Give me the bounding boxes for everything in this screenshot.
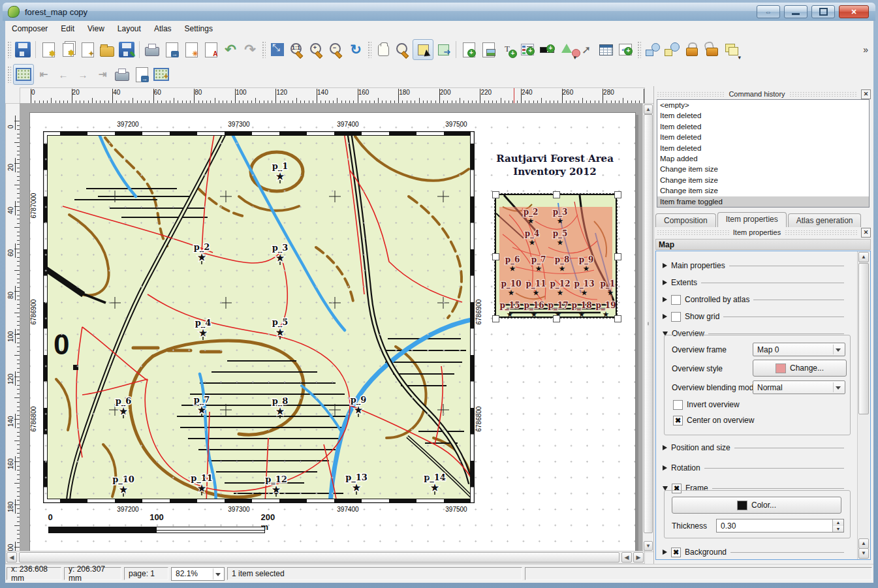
atlas-settings-button[interactable] (151, 65, 171, 84)
previous-feature-button[interactable] (54, 65, 73, 84)
properties-scroll-down[interactable]: ▼ (858, 548, 869, 559)
thickness-spinbox[interactable]: 0.30 ▲▼ (716, 519, 844, 533)
add-image-button[interactable] (478, 40, 498, 59)
horizontal-scroll-thumb[interactable] (19, 552, 619, 563)
item-properties-titlebar[interactable]: Item properties ✕ (654, 227, 873, 238)
scroll-up-arrow[interactable]: ▲ (644, 104, 653, 114)
new-composition-button[interactable] (39, 40, 58, 59)
toolbar-overflow-button[interactable]: » (860, 43, 871, 56)
overview-frame-dropdown[interactable]: Map 0 (753, 343, 845, 356)
map-item[interactable]: 0 p_1★p_2★p_3★p_4★p_5★p_6★p_7★p_8★p_9★p_… (43, 131, 475, 503)
add-label-button[interactable] (498, 40, 518, 59)
frame-color-button[interactable]: Color... (672, 497, 841, 514)
spin-buttons[interactable]: ▲▼ (832, 519, 843, 532)
selection-handle[interactable] (553, 315, 560, 322)
maximize-button[interactable] (811, 5, 835, 18)
add-arrow-button[interactable] (576, 40, 596, 59)
toolbar-grip[interactable] (368, 41, 371, 58)
raise-items-button[interactable] (721, 40, 741, 59)
section-controlled-by-atlas[interactable]: Controlled by atlas (663, 294, 844, 305)
export-as-image-button[interactable] (162, 40, 181, 59)
selection-handle[interactable] (492, 315, 499, 322)
save-project-button[interactable] (13, 40, 33, 59)
scroll-right-arrow[interactable]: ▶ (633, 552, 644, 563)
move-item-content-button[interactable] (433, 40, 453, 59)
properties-scroll-up[interactable]: ▲ (858, 252, 869, 262)
overview-style-change-button[interactable]: Change... (753, 360, 847, 377)
overview-map-item[interactable]: p_2★p_3★p_4★p_5★p_6★p_7★p_8★p_9★p_10★p_1… (492, 191, 619, 320)
minimize-button[interactable] (784, 5, 807, 18)
item-properties-close-icon[interactable]: ✕ (861, 228, 871, 238)
save-as-template-button[interactable] (117, 40, 136, 59)
zoom-1-1-button[interactable]: 1:1 (287, 40, 307, 59)
duplicate-composition-button[interactable] (58, 40, 78, 59)
command-history-item[interactable]: Map added (657, 153, 869, 164)
vertical-scrollbar[interactable]: ▲ ▼ (642, 103, 654, 552)
zoom-level-combobox[interactable]: 82.1% (171, 567, 225, 581)
menu-settings[interactable]: Settings (178, 22, 219, 35)
tab-atlas-generation[interactable]: Atlas generation (788, 213, 862, 227)
background-checkbox[interactable] (671, 548, 681, 557)
undo-button[interactable] (221, 40, 240, 59)
toolbar-grip[interactable] (637, 41, 641, 58)
show-grid-checkbox[interactable] (671, 312, 681, 322)
controlled-by-atlas-checkbox[interactable] (671, 295, 681, 305)
center-on-overview-checkbox[interactable] (673, 416, 683, 426)
lock-items-button[interactable] (682, 40, 702, 59)
menu-edit[interactable]: Edit (54, 22, 81, 35)
zoom-out-button[interactable]: − (326, 40, 346, 59)
composition-page[interactable]: 0 p_1★p_2★p_3★p_4★p_5★p_6★p_7★p_8★p_9★p_… (29, 112, 636, 551)
command-history-close-icon[interactable]: ✕ (861, 89, 871, 99)
overview-blending-dropdown[interactable]: Normal (753, 380, 845, 394)
add-html-frame-button[interactable] (616, 40, 635, 59)
properties-scroll-up-2[interactable]: ▲ (858, 538, 869, 549)
add-new-map-button[interactable] (459, 40, 478, 59)
scroll-down-arrow[interactable]: ▼ (644, 541, 653, 551)
export-as-pdf-button[interactable] (201, 40, 221, 59)
command-history-item[interactable]: Item deleted (657, 132, 869, 142)
command-history-item[interactable]: Change item size (657, 164, 869, 174)
command-history-titlebar[interactable]: Command history ✕ (654, 89, 873, 99)
print-button[interactable] (142, 40, 162, 59)
command-history-list[interactable]: <empty>Item deletedItem deletedItem dele… (657, 99, 870, 208)
load-template-button[interactable] (97, 40, 117, 59)
command-history-item[interactable]: <empty> (657, 100, 869, 110)
selection-handle[interactable] (553, 191, 560, 198)
unlock-items-button[interactable] (702, 40, 721, 59)
toolbar-grip[interactable] (7, 41, 11, 58)
first-feature-button[interactable] (34, 65, 54, 84)
menu-composer[interactable]: Composer (5, 22, 54, 35)
export-atlas-as-image-button[interactable] (132, 65, 151, 84)
section-extents[interactable]: Extents (663, 277, 844, 288)
add-scalebar-button[interactable] (537, 40, 557, 59)
preview-atlas-button[interactable] (13, 64, 34, 85)
zoom-in-button[interactable]: + (307, 40, 326, 59)
close-button[interactable]: ✕ (839, 5, 869, 18)
ungroup-items-button[interactable] (663, 40, 682, 59)
zoom-full-button[interactable] (268, 40, 287, 59)
vertical-scroll-thumb[interactable] (644, 114, 653, 533)
command-history-item[interactable]: Item frame toggled (657, 196, 869, 207)
selection-handle[interactable] (614, 191, 621, 198)
tab-item-properties[interactable]: Item properties (717, 212, 787, 227)
toolbar-grip[interactable] (7, 66, 11, 83)
select-move-item-button[interactable] (413, 39, 433, 60)
spin-up-icon[interactable]: ▲ (833, 519, 843, 526)
horizontal-scrollbar[interactable]: ◀ ◀ ▶ (5, 551, 645, 564)
properties-scrollbar[interactable]: ▲ ▲ ▼ (857, 251, 869, 559)
add-attribute-table-button[interactable] (596, 40, 616, 59)
last-feature-button[interactable] (93, 65, 112, 84)
selection-handle[interactable] (492, 191, 499, 198)
spin-down-icon[interactable]: ▼ (833, 526, 843, 533)
scalebar-item[interactable]: 0100200 m (48, 512, 283, 538)
selection-handle[interactable] (614, 315, 621, 322)
section-show-grid[interactable]: Show grid (663, 311, 844, 322)
command-history-item[interactable]: Item deleted (657, 121, 869, 132)
menu-atlas[interactable]: Atlas (148, 22, 178, 35)
dock-toggle-button[interactable]: ⇔ (757, 5, 780, 18)
section-position-and-size[interactable]: Position and size (663, 442, 844, 454)
group-items-button[interactable] (643, 40, 663, 59)
invert-overview-checkbox[interactable] (673, 400, 683, 410)
command-history-item[interactable]: Change item size (657, 185, 869, 196)
command-history-item[interactable]: Item deleted (657, 143, 869, 153)
